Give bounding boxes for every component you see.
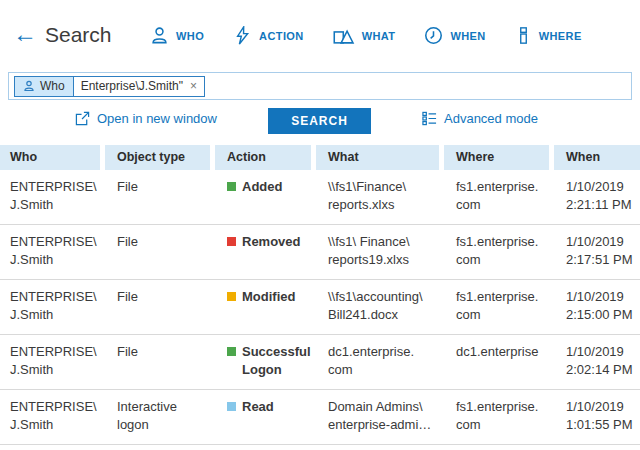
action-lightning-icon (233, 26, 252, 45)
cell-where: fs1.enterprise. com (444, 233, 549, 268)
tab-what-label: WHAT (362, 30, 396, 42)
cell-when: 1/10/2019 2:21:11 PM (554, 178, 640, 213)
action-removed-marker (227, 237, 236, 246)
cell-action: Added (215, 178, 311, 213)
back-arrow-icon[interactable]: ← (13, 22, 37, 46)
column-header-who[interactable]: Who (0, 145, 100, 170)
cell-object-type: File (105, 343, 210, 378)
cell-object-type: File (105, 178, 210, 213)
cell-when: 1/10/2019 1:01:55 PM (554, 398, 640, 433)
action-label: Modified (242, 288, 295, 306)
cell-what: dc1.enterprise. com (316, 343, 439, 378)
action-label: Removed (242, 233, 301, 251)
open-in-new-window-label: Open in new window (97, 111, 217, 126)
cell-what: Domain Admins\ enterprise-admi… (316, 398, 439, 433)
filter-chip-field-label: Who (40, 79, 65, 93)
filter-chip-value: Enterprise\J.Smith" × (74, 76, 205, 97)
search-page: ← Search WHO ACTION (0, 0, 640, 450)
cell-action: Successful Logon (215, 343, 311, 378)
cell-when: 1/10/2019 2:17:51 PM (554, 233, 640, 268)
cell-what: \\fs1\Finance\ reports.xlxs (316, 178, 439, 213)
action-modified-marker (227, 292, 236, 301)
cell-where: fs1.enterprise. com (444, 398, 549, 433)
cell-who: ENTERPRISE\ J.Smith (0, 343, 100, 378)
table-row[interactable]: ENTERPRISE\ J.Smith File Modified \\fs1\… (0, 280, 640, 335)
cell-where: dc1.enterprise (444, 343, 549, 378)
what-shapes-icon (333, 26, 355, 45)
table-row[interactable]: ENTERPRISE\ J.Smith File Removed \\fs1\ … (0, 225, 640, 280)
cell-where: fs1.enterprise. com (444, 288, 549, 323)
action-label: Added (242, 178, 282, 196)
tab-what[interactable]: WHAT (333, 26, 396, 45)
chip-remove-icon[interactable]: × (190, 80, 197, 92)
cell-what: \\fs1\accounting\ Bill241.docx (316, 288, 439, 323)
tab-action-label: ACTION (259, 30, 304, 42)
advanced-mode-icon (422, 111, 437, 126)
filter-chip-field: Who (14, 76, 74, 97)
open-new-window-icon (75, 111, 90, 126)
cell-who: ENTERPRISE\ J.Smith (0, 178, 100, 213)
filter-chip-who[interactable]: Who Enterprise\J.Smith" × (14, 76, 205, 97)
filter-chip-value-text: Enterprise\J.Smith" (81, 79, 183, 93)
cell-what: \\fs1\ Finance\ reports19.xlxs (316, 233, 439, 268)
tab-action[interactable]: ACTION (233, 26, 304, 45)
action-label: Read (242, 398, 274, 416)
action-read-marker (227, 402, 236, 411)
cell-action: Removed (215, 233, 311, 268)
when-clock-icon (424, 26, 443, 45)
cell-who: ENTERPRISE\ J.Smith (0, 233, 100, 268)
column-header-object-type[interactable]: Object type (105, 145, 210, 170)
where-server-icon (515, 26, 532, 45)
cell-action: Read (215, 398, 311, 433)
cell-who: ENTERPRISE\ J.Smith (0, 288, 100, 323)
column-header-when[interactable]: When (554, 145, 640, 170)
tab-when-label: WHEN (450, 30, 485, 42)
open-in-new-window-link[interactable]: Open in new window (75, 111, 217, 126)
action-successful-logon-marker (227, 347, 236, 356)
cell-where: fs1.enterprise. com (444, 178, 549, 213)
tab-where[interactable]: WHERE (515, 26, 582, 45)
column-header-action[interactable]: Action (215, 145, 311, 170)
tab-who[interactable]: WHO (150, 26, 204, 45)
search-filter-input[interactable]: Who Enterprise\J.Smith" × (8, 72, 632, 100)
tab-when[interactable]: WHEN (424, 26, 485, 45)
advanced-mode-link[interactable]: Advanced mode (422, 111, 538, 126)
tab-where-label: WHERE (539, 30, 582, 42)
advanced-mode-label: Advanced mode (444, 111, 538, 126)
table-header-row: Who Object type Action What Where When (0, 145, 640, 170)
cell-object-type: File (105, 233, 210, 268)
search-button[interactable]: SEARCH (268, 108, 371, 134)
who-person-icon (150, 26, 169, 45)
cell-object-type: File (105, 288, 210, 323)
cell-who: ENTERPRISE\ J.Smith (0, 398, 100, 433)
toolbar: Open in new window SEARCH Advanced mode (0, 108, 640, 136)
cell-when: 1/10/2019 2:15:00 PM (554, 288, 640, 323)
tab-who-label: WHO (176, 30, 204, 42)
results-table: Who Object type Action What Where When E… (0, 145, 640, 450)
column-header-where[interactable]: Where (444, 145, 549, 170)
filter-tabs: WHO ACTION WHAT (150, 26, 582, 45)
table-row[interactable]: ENTERPRISE\ J.Smith Interactive logon Re… (0, 390, 640, 445)
top-bar: ← Search WHO ACTION (0, 0, 640, 62)
page-title: Search (45, 23, 112, 47)
table-row[interactable]: ENTERPRISE\ J.Smith File Added \\fs1\Fin… (0, 170, 640, 225)
chip-person-icon (23, 80, 35, 92)
cell-when: 1/10/2019 2:02:14 PM (554, 343, 640, 378)
column-header-what[interactable]: What (316, 145, 439, 170)
action-label: Successful Logon (242, 343, 311, 378)
cell-action: Modified (215, 288, 311, 323)
table-row[interactable]: ENTERPRISE\ J.Smith File Successful Logo… (0, 335, 640, 390)
action-added-marker (227, 182, 236, 191)
cell-object-type: Interactive logon (105, 398, 210, 433)
